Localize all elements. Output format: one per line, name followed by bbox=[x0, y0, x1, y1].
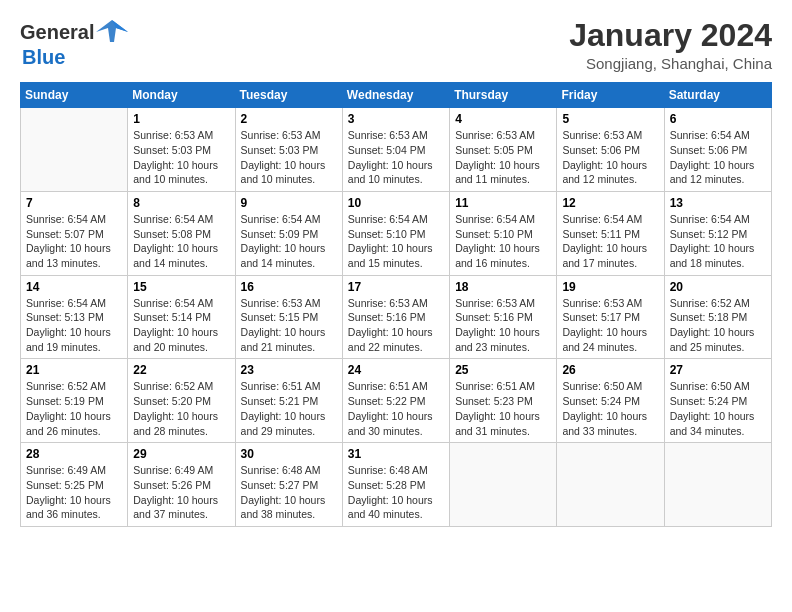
day-number: 30 bbox=[241, 447, 337, 461]
daylight-text: Daylight: 10 hoursand 40 minutes. bbox=[348, 494, 433, 521]
calendar-cell: 10 Sunrise: 6:54 AM Sunset: 5:10 PM Dayl… bbox=[342, 191, 449, 275]
day-number: 24 bbox=[348, 363, 444, 377]
location: Songjiang, Shanghai, China bbox=[569, 55, 772, 72]
day-number: 8 bbox=[133, 196, 229, 210]
calendar-cell: 29 Sunrise: 6:49 AM Sunset: 5:26 PM Dayl… bbox=[128, 443, 235, 527]
sunrise-text: Sunrise: 6:54 AM bbox=[562, 213, 642, 225]
day-info: Sunrise: 6:54 AM Sunset: 5:14 PM Dayligh… bbox=[133, 296, 229, 355]
sunset-text: Sunset: 5:20 PM bbox=[133, 395, 211, 407]
day-number: 18 bbox=[455, 280, 551, 294]
daylight-text: Daylight: 10 hoursand 14 minutes. bbox=[241, 242, 326, 269]
daylight-text: Daylight: 10 hoursand 31 minutes. bbox=[455, 410, 540, 437]
sunset-text: Sunset: 5:14 PM bbox=[133, 311, 211, 323]
sunset-text: Sunset: 5:06 PM bbox=[562, 144, 640, 156]
day-number: 13 bbox=[670, 196, 766, 210]
calendar-cell: 3 Sunrise: 6:53 AM Sunset: 5:04 PM Dayli… bbox=[342, 108, 449, 192]
sunset-text: Sunset: 5:12 PM bbox=[670, 228, 748, 240]
day-number: 4 bbox=[455, 112, 551, 126]
day-info: Sunrise: 6:50 AM Sunset: 5:24 PM Dayligh… bbox=[562, 379, 658, 438]
sunset-text: Sunset: 5:08 PM bbox=[133, 228, 211, 240]
day-info: Sunrise: 6:54 AM Sunset: 5:10 PM Dayligh… bbox=[455, 212, 551, 271]
day-number: 7 bbox=[26, 196, 122, 210]
daylight-text: Daylight: 10 hoursand 30 minutes. bbox=[348, 410, 433, 437]
calendar-week-2: 7 Sunrise: 6:54 AM Sunset: 5:07 PM Dayli… bbox=[21, 191, 772, 275]
day-info: Sunrise: 6:54 AM Sunset: 5:07 PM Dayligh… bbox=[26, 212, 122, 271]
sunset-text: Sunset: 5:05 PM bbox=[455, 144, 533, 156]
day-info: Sunrise: 6:52 AM Sunset: 5:18 PM Dayligh… bbox=[670, 296, 766, 355]
daylight-text: Daylight: 10 hoursand 21 minutes. bbox=[241, 326, 326, 353]
calendar-cell: 2 Sunrise: 6:53 AM Sunset: 5:03 PM Dayli… bbox=[235, 108, 342, 192]
day-number: 2 bbox=[241, 112, 337, 126]
calendar-cell: 11 Sunrise: 6:54 AM Sunset: 5:10 PM Dayl… bbox=[450, 191, 557, 275]
sunset-text: Sunset: 5:04 PM bbox=[348, 144, 426, 156]
day-number: 11 bbox=[455, 196, 551, 210]
sunrise-text: Sunrise: 6:54 AM bbox=[670, 213, 750, 225]
sunrise-text: Sunrise: 6:51 AM bbox=[241, 380, 321, 392]
day-info: Sunrise: 6:49 AM Sunset: 5:26 PM Dayligh… bbox=[133, 463, 229, 522]
sunset-text: Sunset: 5:24 PM bbox=[670, 395, 748, 407]
sunrise-text: Sunrise: 6:54 AM bbox=[455, 213, 535, 225]
sunset-text: Sunset: 5:10 PM bbox=[348, 228, 426, 240]
daylight-text: Daylight: 10 hoursand 13 minutes. bbox=[26, 242, 111, 269]
daylight-text: Daylight: 10 hoursand 36 minutes. bbox=[26, 494, 111, 521]
calendar-cell bbox=[21, 108, 128, 192]
header-friday: Friday bbox=[557, 83, 664, 108]
sunrise-text: Sunrise: 6:48 AM bbox=[241, 464, 321, 476]
sunset-text: Sunset: 5:16 PM bbox=[455, 311, 533, 323]
day-number: 26 bbox=[562, 363, 658, 377]
day-number: 9 bbox=[241, 196, 337, 210]
sunrise-text: Sunrise: 6:48 AM bbox=[348, 464, 428, 476]
calendar-cell bbox=[450, 443, 557, 527]
daylight-text: Daylight: 10 hoursand 26 minutes. bbox=[26, 410, 111, 437]
sunrise-text: Sunrise: 6:54 AM bbox=[26, 297, 106, 309]
day-info: Sunrise: 6:52 AM Sunset: 5:20 PM Dayligh… bbox=[133, 379, 229, 438]
calendar-cell: 20 Sunrise: 6:52 AM Sunset: 5:18 PM Dayl… bbox=[664, 275, 771, 359]
header-thursday: Thursday bbox=[450, 83, 557, 108]
day-number: 23 bbox=[241, 363, 337, 377]
calendar-cell: 4 Sunrise: 6:53 AM Sunset: 5:05 PM Dayli… bbox=[450, 108, 557, 192]
sunset-text: Sunset: 5:21 PM bbox=[241, 395, 319, 407]
sunrise-text: Sunrise: 6:51 AM bbox=[348, 380, 428, 392]
day-info: Sunrise: 6:51 AM Sunset: 5:23 PM Dayligh… bbox=[455, 379, 551, 438]
calendar-week-4: 21 Sunrise: 6:52 AM Sunset: 5:19 PM Dayl… bbox=[21, 359, 772, 443]
calendar-cell: 28 Sunrise: 6:49 AM Sunset: 5:25 PM Dayl… bbox=[21, 443, 128, 527]
calendar-cell: 17 Sunrise: 6:53 AM Sunset: 5:16 PM Dayl… bbox=[342, 275, 449, 359]
day-info: Sunrise: 6:53 AM Sunset: 5:03 PM Dayligh… bbox=[133, 128, 229, 187]
sunrise-text: Sunrise: 6:52 AM bbox=[26, 380, 106, 392]
logo-general-text: General bbox=[20, 21, 94, 44]
sunset-text: Sunset: 5:11 PM bbox=[562, 228, 640, 240]
day-info: Sunrise: 6:51 AM Sunset: 5:22 PM Dayligh… bbox=[348, 379, 444, 438]
calendar-cell: 7 Sunrise: 6:54 AM Sunset: 5:07 PM Dayli… bbox=[21, 191, 128, 275]
header-monday: Monday bbox=[128, 83, 235, 108]
calendar-cell: 22 Sunrise: 6:52 AM Sunset: 5:20 PM Dayl… bbox=[128, 359, 235, 443]
day-number: 5 bbox=[562, 112, 658, 126]
daylight-text: Daylight: 10 hoursand 22 minutes. bbox=[348, 326, 433, 353]
daylight-text: Daylight: 10 hoursand 10 minutes. bbox=[348, 159, 433, 186]
day-info: Sunrise: 6:54 AM Sunset: 5:11 PM Dayligh… bbox=[562, 212, 658, 271]
calendar-cell: 27 Sunrise: 6:50 AM Sunset: 5:24 PM Dayl… bbox=[664, 359, 771, 443]
calendar-cell: 14 Sunrise: 6:54 AM Sunset: 5:13 PM Dayl… bbox=[21, 275, 128, 359]
calendar-cell: 19 Sunrise: 6:53 AM Sunset: 5:17 PM Dayl… bbox=[557, 275, 664, 359]
day-number: 31 bbox=[348, 447, 444, 461]
calendar-cell: 15 Sunrise: 6:54 AM Sunset: 5:14 PM Dayl… bbox=[128, 275, 235, 359]
calendar-week-1: 1 Sunrise: 6:53 AM Sunset: 5:03 PM Dayli… bbox=[21, 108, 772, 192]
sunset-text: Sunset: 5:28 PM bbox=[348, 479, 426, 491]
title-block: January 2024 Songjiang, Shanghai, China bbox=[569, 18, 772, 72]
sunrise-text: Sunrise: 6:54 AM bbox=[348, 213, 428, 225]
calendar-cell: 24 Sunrise: 6:51 AM Sunset: 5:22 PM Dayl… bbox=[342, 359, 449, 443]
sunrise-text: Sunrise: 6:52 AM bbox=[133, 380, 213, 392]
sunset-text: Sunset: 5:19 PM bbox=[26, 395, 104, 407]
logo: General Blue bbox=[20, 18, 128, 69]
day-info: Sunrise: 6:49 AM Sunset: 5:25 PM Dayligh… bbox=[26, 463, 122, 522]
day-info: Sunrise: 6:54 AM Sunset: 5:09 PM Dayligh… bbox=[241, 212, 337, 271]
day-number: 1 bbox=[133, 112, 229, 126]
day-number: 15 bbox=[133, 280, 229, 294]
day-number: 6 bbox=[670, 112, 766, 126]
daylight-text: Daylight: 10 hoursand 25 minutes. bbox=[670, 326, 755, 353]
day-number: 14 bbox=[26, 280, 122, 294]
days-header-row: Sunday Monday Tuesday Wednesday Thursday… bbox=[21, 83, 772, 108]
day-info: Sunrise: 6:53 AM Sunset: 5:03 PM Dayligh… bbox=[241, 128, 337, 187]
calendar-week-3: 14 Sunrise: 6:54 AM Sunset: 5:13 PM Dayl… bbox=[21, 275, 772, 359]
calendar-cell: 18 Sunrise: 6:53 AM Sunset: 5:16 PM Dayl… bbox=[450, 275, 557, 359]
sunset-text: Sunset: 5:27 PM bbox=[241, 479, 319, 491]
